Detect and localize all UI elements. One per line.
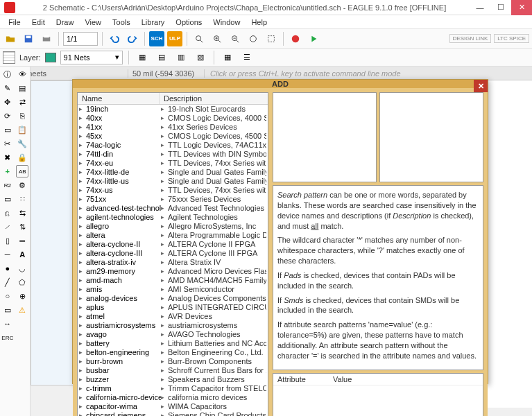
zoom-redraw-icon[interactable] bbox=[246, 31, 261, 46]
library-row[interactable]: ▸am29-memory▸Advanced Micro Devices Flas… bbox=[78, 267, 268, 276]
view-grid4-icon[interactable]: ▧ bbox=[193, 50, 208, 65]
close-button[interactable]: ✕ bbox=[511, 0, 532, 15]
col-name[interactable]: Name bbox=[78, 93, 160, 104]
library-row[interactable]: ▸avago▸AVAGO Technologies bbox=[78, 330, 268, 339]
errors-icon[interactable]: ⚠ bbox=[16, 304, 28, 316]
zoom-fit-icon[interactable] bbox=[191, 31, 207, 46]
attr-icon[interactable]: ∷ bbox=[16, 193, 28, 205]
delete-icon[interactable]: ✖ bbox=[1, 151, 14, 164]
cut-icon[interactable]: ✂ bbox=[1, 137, 14, 150]
redo-icon[interactable] bbox=[125, 31, 140, 46]
text-icon[interactable]: A bbox=[16, 248, 28, 261]
menu-edit[interactable]: Edit bbox=[26, 17, 51, 28]
bus-icon[interactable]: ═ bbox=[16, 234, 28, 247]
erc-icon[interactable]: ERC bbox=[1, 331, 14, 344]
show-icon[interactable]: ✎ bbox=[1, 82, 14, 94]
junction-icon[interactable]: ● bbox=[1, 262, 14, 275]
polygon-icon[interactable]: ⬠ bbox=[16, 276, 28, 288]
library-row[interactable]: ▸amd-mach▸AMD MACH4/MACH5 Family (Vantis… bbox=[78, 276, 268, 285]
dimension-icon[interactable]: ↔ bbox=[1, 318, 14, 330]
menu-tools[interactable]: Tools bbox=[107, 17, 136, 28]
library-row[interactable]: ▸amis▸AMI Semiconductor bbox=[78, 285, 268, 294]
menu-file[interactable]: File bbox=[3, 17, 26, 28]
ulp-icon[interactable]: ULP bbox=[167, 31, 182, 46]
value-icon[interactable]: ⚙ bbox=[16, 179, 28, 191]
rect-icon[interactable]: ▭ bbox=[1, 304, 14, 316]
library-row[interactable]: ▸aplus▸APLUS INTEGRATED CIRCUITS INC. bbox=[78, 303, 268, 312]
name-icon[interactable]: ▭ bbox=[1, 193, 14, 205]
menu-library[interactable]: Library bbox=[136, 17, 171, 28]
group-icon[interactable]: ▭ bbox=[1, 123, 14, 136]
library-row[interactable]: ▸41xx▸41xx Series Devices bbox=[78, 123, 268, 132]
arc-icon[interactable]: ◡ bbox=[16, 262, 28, 275]
zoom-in-icon[interactable] bbox=[209, 31, 225, 46]
library-row[interactable]: ▸chipcard-siemens▸Siemens Chip Card Prod… bbox=[78, 411, 268, 416]
menu-view[interactable]: View bbox=[79, 17, 107, 28]
library-row[interactable]: ▸altera▸Altera Programmable Logic Device… bbox=[78, 231, 268, 240]
open-icon[interactable] bbox=[3, 31, 18, 46]
library-row[interactable]: ▸battery▸Lithium Batteries and NC Accus bbox=[78, 339, 268, 348]
library-row[interactable]: ▸belton-engineering▸Belton Engineering C… bbox=[78, 348, 268, 357]
zoom-select[interactable]: 1/1 bbox=[63, 32, 98, 46]
lock-icon[interactable]: 🔒 bbox=[16, 151, 28, 164]
mark-icon[interactable]: ⊕ bbox=[16, 290, 28, 302]
menu-options[interactable]: Options bbox=[170, 17, 207, 28]
library-row[interactable]: ▸atmel▸AVR Devices bbox=[78, 312, 268, 321]
layer-swatch[interactable] bbox=[45, 53, 56, 62]
net-icon[interactable]: ─ bbox=[1, 248, 14, 261]
print-icon[interactable] bbox=[39, 31, 54, 46]
ltspice-badge[interactable]: LTC SPICE bbox=[494, 34, 529, 43]
smash-icon[interactable]: ⎌ bbox=[1, 207, 14, 219]
copy-icon[interactable]: ⎘ bbox=[16, 110, 28, 122]
dialog-close-icon[interactable]: ✕ bbox=[474, 80, 488, 92]
menu-help[interactable]: Help bbox=[246, 17, 273, 28]
library-row[interactable]: ▸capacitor-wima▸WIMA Capacitors bbox=[78, 402, 268, 411]
library-row[interactable]: ▸california-micro-devices▸california mic… bbox=[78, 393, 268, 402]
library-row[interactable]: ▸buzzer▸Speakers and Buzzers bbox=[78, 375, 268, 384]
mirror-icon[interactable]: ⇄ bbox=[16, 96, 28, 108]
menu-draw[interactable]: Draw bbox=[51, 17, 80, 28]
library-row[interactable]: ▸c-trimm▸Trimm Capacitor from STELCO Gmb… bbox=[78, 384, 268, 393]
library-row[interactable]: ▸74ttl-din▸TTL Devices with DIN Symbols bbox=[78, 150, 268, 159]
invoke-icon[interactable]: ▯ bbox=[1, 234, 14, 247]
library-row[interactable]: ▸74xx-little-de▸Single and Dual Gates Fa… bbox=[78, 168, 268, 177]
info-icon[interactable]: ⓘ bbox=[1, 68, 14, 80]
view-list2-icon[interactable]: ☰ bbox=[239, 50, 255, 65]
paste-icon[interactable]: 📋 bbox=[16, 123, 28, 136]
library-row[interactable]: ▸751xx▸75xxx Series Devices bbox=[78, 195, 268, 204]
library-row[interactable]: ▸74xx-us▸TTL Devices, 74xx Series with U… bbox=[78, 186, 268, 195]
library-row[interactable]: ▸allegro▸Allegro MicroSystems, Inc bbox=[78, 222, 268, 231]
pinswap-icon[interactable]: ⇆ bbox=[16, 207, 28, 219]
maximize-button[interactable]: ☐ bbox=[490, 0, 511, 15]
split-icon[interactable]: ⟋ bbox=[1, 220, 14, 233]
brd-icon[interactable]: SCH bbox=[149, 31, 164, 46]
library-row[interactable]: ▸45xx▸CMOS Logic Devices, 4500 Series bbox=[78, 132, 268, 141]
library-row[interactable]: ▸40xx▸CMOS Logic Devices, 4000 Series bbox=[78, 114, 268, 123]
view-grid2-icon[interactable]: ▤ bbox=[154, 50, 169, 65]
designlink-badge[interactable]: DESIGN LINK bbox=[449, 34, 492, 43]
save-icon[interactable] bbox=[21, 31, 36, 46]
library-row[interactable]: ▸altera-cyclone-II▸ALTERA Cyclone II FPG… bbox=[78, 240, 268, 249]
library-row[interactable]: ▸advanced-test-technologies▸Advanced Tes… bbox=[78, 204, 268, 213]
replace-icon[interactable]: R2 bbox=[1, 179, 14, 191]
library-row[interactable]: ▸austriamicrosystems▸austriamicrosystems bbox=[78, 321, 268, 330]
menu-window[interactable]: Window bbox=[207, 17, 246, 28]
library-list[interactable]: Name Description ▸19inch▸19-Inch Slot Eu… bbox=[77, 92, 268, 416]
grid-icon[interactable] bbox=[3, 51, 15, 64]
move-icon[interactable]: ✥ bbox=[1, 96, 14, 108]
library-row[interactable]: ▸agilent-technologies▸Agilent Technologi… bbox=[78, 213, 268, 222]
command-line[interactable]: Click or press Ctrl+L key to activate co… bbox=[204, 69, 532, 78]
gateswap-icon[interactable]: ⇅ bbox=[16, 220, 28, 233]
stop-icon[interactable] bbox=[288, 31, 303, 46]
col-desc[interactable]: Description bbox=[160, 93, 268, 104]
layer-select[interactable]: 91 Nets▾ bbox=[60, 51, 123, 64]
library-row[interactable]: ▸74ac-logic▸TTL Logic Devices, 74AC11xx … bbox=[78, 141, 268, 150]
change-icon[interactable]: 🔧 bbox=[16, 137, 28, 150]
library-row[interactable]: ▸19inch▸19-Inch Slot Eurocards bbox=[78, 105, 268, 114]
view-list1-icon[interactable]: ▦ bbox=[220, 50, 235, 65]
minimize-button[interactable]: — bbox=[470, 0, 490, 15]
rotate-icon[interactable]: ⟳ bbox=[1, 110, 14, 122]
eye-icon[interactable]: 👁 bbox=[16, 68, 28, 80]
layer-icon[interactable]: ▤ bbox=[16, 82, 28, 94]
label-icon[interactable]: AB bbox=[16, 165, 28, 177]
